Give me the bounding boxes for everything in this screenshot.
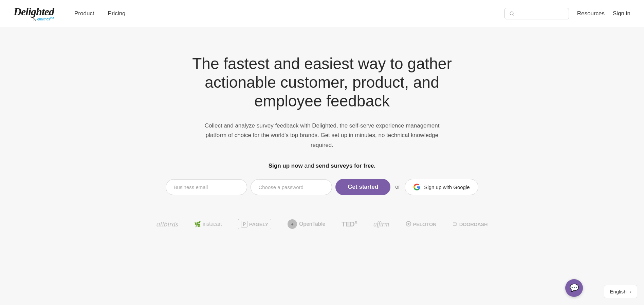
or-divider: or bbox=[395, 184, 400, 190]
logo[interactable]: Delighted by qualtricsXM bbox=[14, 5, 54, 21]
signup-form: Get started or Sign up with Google bbox=[166, 179, 478, 195]
brand-doordash: ⊃ DOORDASH bbox=[453, 220, 487, 228]
logo-xm: XM bbox=[50, 17, 54, 20]
search-box[interactable] bbox=[504, 8, 569, 19]
site-header: Delighted by qualtricsXM Product Pricing… bbox=[0, 0, 644, 27]
brand-pagely-label: PAGELY bbox=[249, 221, 268, 227]
logo-text: Delighted bbox=[14, 5, 54, 18]
language-selector[interactable]: English › bbox=[604, 285, 637, 298]
chat-icon: 💬 bbox=[570, 284, 579, 292]
brands-row: allbirds 🌿 instacart P PAGELY ● OpenTabl… bbox=[143, 219, 501, 229]
hero-headline: The fastest and easiest way to gather ac… bbox=[186, 54, 458, 111]
password-input[interactable] bbox=[251, 179, 332, 195]
cta-strong-2: send surveys for free. bbox=[316, 163, 376, 169]
doordash-icon: ⊃ bbox=[453, 220, 458, 228]
svg-line-1 bbox=[513, 14, 514, 16]
brand-affirm: affirm bbox=[373, 220, 389, 228]
cta-and: and bbox=[304, 163, 314, 169]
hero-subtext: Collect and analyze survey feedback with… bbox=[203, 121, 441, 151]
nav-pricing[interactable]: Pricing bbox=[108, 10, 126, 17]
brand-opentable-label: OpenTable bbox=[299, 221, 325, 227]
opentable-dot-icon: ● bbox=[288, 219, 297, 229]
chevron-right-icon: › bbox=[630, 289, 631, 294]
email-input[interactable] bbox=[166, 179, 247, 195]
brand-instacart: 🌿 instacart bbox=[194, 221, 221, 227]
brand-opentable: ● OpenTable bbox=[288, 219, 325, 229]
logo-qualtrics: qualtrics bbox=[37, 18, 50, 21]
google-logo-icon bbox=[413, 183, 421, 191]
google-signup-button[interactable]: Sign up with Google bbox=[405, 179, 478, 195]
brand-peloton-label: PELOTON bbox=[413, 221, 436, 227]
main-nav: Product Pricing bbox=[74, 10, 126, 17]
main-content: The fastest and easiest way to gather ac… bbox=[0, 27, 644, 250]
peloton-icon: ⦿ bbox=[405, 221, 411, 228]
cta-strong-1: Sign up now bbox=[269, 163, 303, 169]
pagely-p-icon: P bbox=[241, 221, 247, 227]
brand-tedx: TEDX bbox=[342, 220, 357, 228]
search-icon bbox=[510, 11, 514, 16]
chat-button[interactable]: 💬 bbox=[565, 279, 583, 297]
search-input[interactable] bbox=[517, 11, 564, 16]
google-signup-label: Sign up with Google bbox=[424, 184, 470, 190]
brand-tedx-label: TEDX bbox=[342, 220, 357, 228]
brand-allbirds: allbirds bbox=[157, 220, 178, 228]
signup-cta: Sign up now and send surveys for free. bbox=[269, 163, 376, 169]
brand-instacart-label: instacart bbox=[203, 221, 222, 227]
nav-product[interactable]: Product bbox=[74, 10, 94, 17]
brand-pagely: P PAGELY bbox=[238, 219, 271, 229]
brand-doordash-label: DOORDASH bbox=[459, 221, 488, 227]
instacart-icon: 🌿 bbox=[194, 221, 201, 227]
brand-affirm-label: affirm bbox=[373, 220, 389, 228]
language-label: English bbox=[610, 289, 626, 294]
brand-peloton: ⦿ PELOTON bbox=[405, 221, 436, 228]
header-right: Resources Sign in bbox=[504, 8, 630, 19]
signin-link[interactable]: Sign in bbox=[613, 10, 630, 17]
resources-link[interactable]: Resources bbox=[577, 10, 605, 17]
brand-allbirds-label: allbirds bbox=[157, 220, 178, 228]
get-started-button[interactable]: Get started bbox=[335, 179, 390, 195]
